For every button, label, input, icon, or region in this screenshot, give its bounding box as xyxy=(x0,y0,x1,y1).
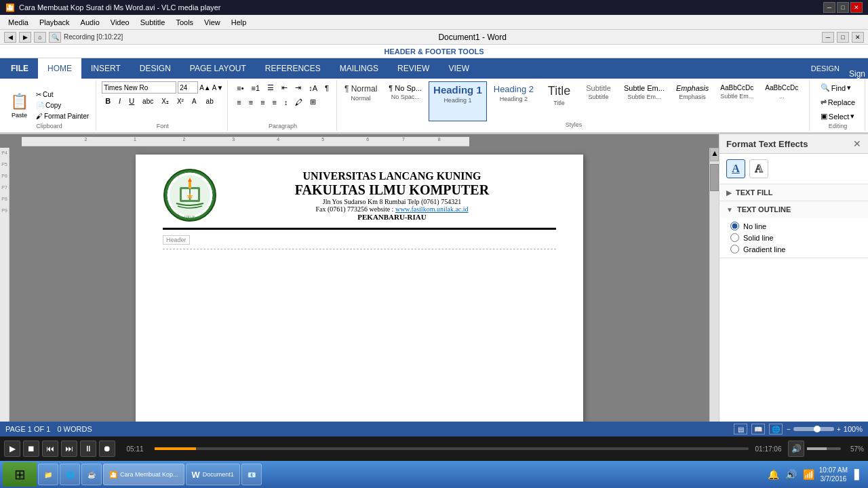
scroll-thumb[interactable] xyxy=(710,164,719,191)
style-normal[interactable]: ¶ Normal Normal xyxy=(340,81,382,121)
superscript-button[interactable]: X² xyxy=(174,96,187,107)
home-btn[interactable]: ⌂ xyxy=(34,32,46,43)
vlc-next-btn[interactable]: ⏭ xyxy=(61,441,77,457)
align-center-btn[interactable]: ≡ xyxy=(245,96,256,108)
bold-button[interactable]: B xyxy=(102,95,114,107)
style-aabbcc2[interactable]: AaBbCcDc ... xyxy=(760,81,803,121)
minimize-button[interactable]: ─ xyxy=(823,2,835,13)
align-left-btn[interactable]: ≡ xyxy=(233,96,244,108)
style-emphasis[interactable]: Emphasis Emphasis xyxy=(671,81,713,121)
close-word-btn[interactable]: ✕ xyxy=(852,32,864,43)
vertical-scrollbar[interactable]: ▲ xyxy=(709,148,719,422)
menu-view[interactable]: View xyxy=(199,15,226,29)
web-layout-btn[interactable]: 🌐 xyxy=(769,424,783,434)
print-layout-btn[interactable]: ▤ xyxy=(734,424,747,434)
multilevel-btn[interactable]: ☰ xyxy=(264,81,277,94)
style-title[interactable]: Title Title xyxy=(540,81,578,121)
gradient-line-option[interactable]: Gradient line xyxy=(730,245,857,253)
style-heading1[interactable]: Heading 1 Heading 1 xyxy=(429,81,487,121)
forward-btn[interactable]: ▶ xyxy=(19,32,31,43)
bullet-list-btn[interactable]: ≡• xyxy=(233,81,247,94)
taskbar-show-desktop[interactable]: ▋ xyxy=(850,467,865,482)
fte-text-fill-icon[interactable]: A xyxy=(726,159,745,178)
close-button[interactable]: ✕ xyxy=(850,2,863,13)
fte-close-button[interactable]: ✕ xyxy=(853,138,861,149)
tab-references[interactable]: REFERENCES xyxy=(256,58,330,79)
zoom-out-btn[interactable]: − xyxy=(787,426,791,433)
vlc-rec-btn[interactable]: ⏺ xyxy=(99,441,115,457)
number-list-btn[interactable]: ≡1 xyxy=(248,81,264,94)
vlc-volume-slider[interactable] xyxy=(807,447,841,450)
menu-tools[interactable]: Tools xyxy=(170,15,199,29)
doc-scroll-area[interactable]: UNILAK UNIVERSITAS LANCANG KUNING FAKULT… xyxy=(9,148,709,422)
replace-button[interactable]: ⇌ Replace xyxy=(817,96,859,108)
taskbar-volume-icon[interactable]: 🔊 xyxy=(784,467,799,482)
taskbar-vlc[interactable]: 🎦 Cara Membuat Kop... xyxy=(103,464,184,485)
vlc-prev-btn[interactable]: ⏮ xyxy=(42,441,58,457)
menu-help[interactable]: Help xyxy=(226,15,252,29)
tab-hf-design[interactable]: DESIGN xyxy=(802,58,849,79)
shading-btn[interactable]: 🖍 xyxy=(292,96,306,108)
indent-dec-btn[interactable]: ⇤ xyxy=(278,81,291,94)
strikethrough-button[interactable]: abc xyxy=(139,96,157,107)
vlc-progress-bar[interactable] xyxy=(155,447,749,450)
sign-in[interactable]: Sign xyxy=(849,69,865,79)
taskbar-browser[interactable]: 🌐 xyxy=(60,464,80,485)
style-subtitle[interactable]: Subtitle Subtitle xyxy=(580,81,617,121)
maximize-button[interactable]: □ xyxy=(837,2,849,13)
menu-audio[interactable]: Audio xyxy=(75,15,105,29)
highlight-button[interactable]: ab xyxy=(203,96,218,107)
scroll-thumb-up[interactable]: ▲ xyxy=(710,148,719,161)
menu-media[interactable]: Media xyxy=(3,15,34,29)
subscript-button[interactable]: X₂ xyxy=(158,96,172,107)
line-spacing-btn[interactable]: ↕ xyxy=(281,96,292,108)
text-outline-header[interactable]: ▼ TEXT OUTLINE xyxy=(719,201,868,218)
align-right-btn[interactable]: ≡ xyxy=(257,96,268,108)
menu-video[interactable]: Video xyxy=(105,15,135,29)
justify-btn[interactable]: ≡ xyxy=(269,96,280,108)
taskbar-app5[interactable]: 📧 xyxy=(241,464,262,485)
paste-button[interactable]: 📋 Paste xyxy=(7,91,32,121)
vlc-play-btn[interactable]: ▶ xyxy=(4,441,20,457)
start-button[interactable]: ⊞ xyxy=(3,462,37,487)
no-line-radio[interactable] xyxy=(730,222,739,230)
tab-home[interactable]: HOME xyxy=(38,58,81,79)
sort-btn[interactable]: ↕A xyxy=(305,81,321,94)
taskbar-notification-icon[interactable]: 🔔 xyxy=(766,467,781,482)
search-btn[interactable]: 🔍 xyxy=(49,32,61,43)
font-name-input[interactable] xyxy=(102,81,176,94)
solid-line-radio[interactable] xyxy=(730,233,739,242)
decrease-font-btn[interactable]: A▼ xyxy=(212,84,224,92)
tab-view[interactable]: VIEW xyxy=(439,58,479,79)
taskbar-java[interactable]: ☕ xyxy=(81,464,102,485)
menu-subtitle[interactable]: Subtitle xyxy=(135,15,171,29)
style-no-spacing[interactable]: ¶ No Sp... No Spac... xyxy=(384,81,427,121)
style-aabbcc1[interactable]: AaBbCcDc Subtle Em... xyxy=(715,81,758,121)
font-size-input[interactable] xyxy=(178,81,198,94)
italic-button[interactable]: I xyxy=(115,95,124,107)
taskbar-explorer[interactable]: 📁 xyxy=(38,464,58,485)
fte-text-outline-icon[interactable]: A xyxy=(749,159,768,178)
zoom-slider[interactable] xyxy=(793,427,834,431)
show-marks-btn[interactable]: ¶ xyxy=(321,81,332,94)
text-color-button[interactable]: A xyxy=(189,96,201,107)
select-button[interactable]: ▣ Select ▾ xyxy=(817,110,859,123)
restore-word-btn[interactable]: □ xyxy=(837,32,849,43)
increase-font-btn[interactable]: A▲ xyxy=(199,84,211,92)
vlc-slow-btn[interactable]: ⏸ xyxy=(80,441,96,457)
minimize-word-btn[interactable]: ─ xyxy=(822,32,834,43)
back-btn[interactable]: ◀ xyxy=(4,32,16,43)
tab-review[interactable]: REVIEW xyxy=(388,58,439,79)
website-link[interactable]: www.fasilkom.unilak.ac.id xyxy=(395,205,469,213)
no-line-option[interactable]: No line xyxy=(730,222,857,230)
underline-button[interactable]: U xyxy=(125,95,138,107)
tab-page-layout[interactable]: PAGE LAYOUT xyxy=(180,58,256,79)
border-btn[interactable]: ⊞ xyxy=(307,96,319,108)
zoom-in-btn[interactable]: + xyxy=(837,426,841,433)
menu-playback[interactable]: Playback xyxy=(34,15,75,29)
style-subtle-em[interactable]: Subtle Em... Subtle Em... xyxy=(619,81,669,121)
text-fill-header[interactable]: ▶ TEXT FILL xyxy=(719,184,868,201)
cut-button[interactable]: ✂ Cut xyxy=(33,89,92,100)
tab-insert[interactable]: INSERT xyxy=(81,58,130,79)
tab-file[interactable]: FILE xyxy=(1,58,38,79)
